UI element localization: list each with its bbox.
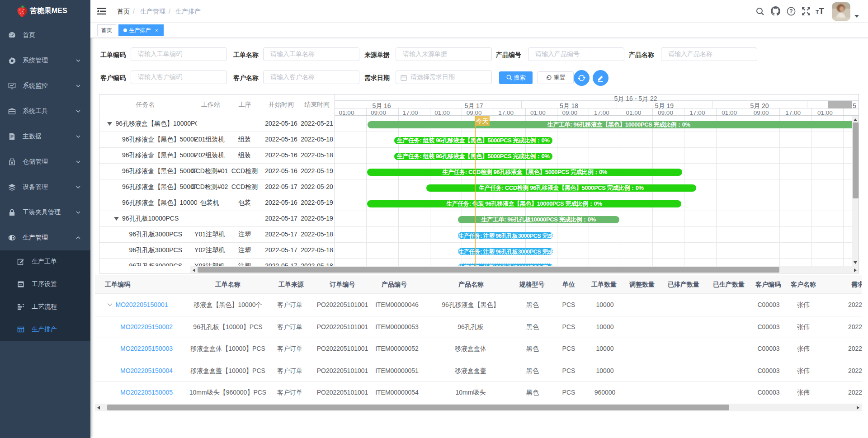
svg-text:?: ? [789,8,793,14]
